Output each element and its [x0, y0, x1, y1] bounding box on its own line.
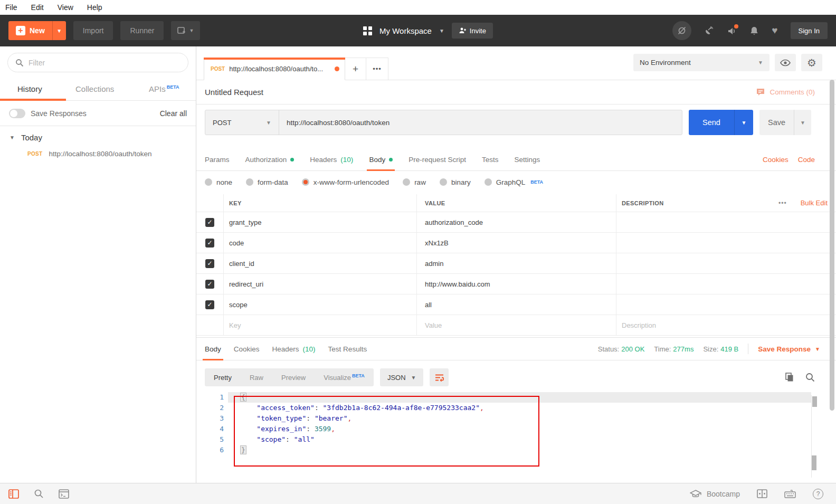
open-request-tab[interactable]: POST http://localhost:8080/oauth/to...: [204, 58, 345, 80]
bulk-edit-link[interactable]: Bulk Edit: [801, 199, 828, 207]
new-window-button[interactable]: ▼: [171, 21, 200, 40]
row-description-cell[interactable]: [616, 274, 836, 294]
import-button[interactable]: Import: [73, 21, 113, 40]
filter-input[interactable]: [28, 59, 180, 67]
menu-item-file[interactable]: File: [5, 3, 17, 12]
announcements-button[interactable]: [727, 26, 737, 36]
row-key-cell[interactable]: client_id: [224, 253, 417, 273]
sign-in-button[interactable]: Sign In: [791, 22, 828, 39]
request-tab-headers-10-[interactable]: Headers (10): [310, 149, 353, 170]
wrap-lines-button[interactable]: [430, 368, 449, 386]
console-button[interactable]: [59, 489, 69, 499]
collapse-caret-icon[interactable]: ▼: [10, 135, 15, 140]
request-tab-settings[interactable]: Settings: [514, 149, 540, 170]
more-options-icon[interactable]: •••: [778, 199, 787, 207]
request-tab-pre-request-script[interactable]: Pre-request Script: [408, 149, 466, 170]
notifications-button[interactable]: [749, 26, 759, 36]
filter-search[interactable]: [7, 53, 188, 72]
row-description-cell[interactable]: [616, 294, 836, 315]
workspace-selector[interactable]: My Workspace: [379, 26, 432, 35]
sidebar-tab-apis[interactable]: APIsBETA: [149, 84, 179, 93]
request-tab-authorization[interactable]: Authorization: [245, 149, 294, 170]
checkbox-checked[interactable]: ✓: [205, 280, 214, 289]
url-input[interactable]: [279, 110, 682, 135]
view-tab-preview[interactable]: Preview: [272, 374, 315, 382]
row-key-cell[interactable]: redirect_uri: [224, 274, 417, 294]
row-key-cell[interactable]: grant_type: [224, 212, 417, 232]
interceptor-button[interactable]: ♥: [772, 25, 777, 36]
method-selector[interactable]: POST ▼: [205, 110, 279, 135]
body-mode-none[interactable]: none: [205, 178, 232, 186]
window-scrollbar-thumb[interactable]: [830, 80, 834, 411]
environment-preview-button[interactable]: [775, 54, 796, 71]
view-tab-raw[interactable]: Raw: [241, 374, 272, 382]
environment-selector[interactable]: No Environment ▼: [633, 54, 770, 71]
find-button[interactable]: [34, 489, 44, 499]
checkbox-checked[interactable]: ✓: [205, 218, 214, 227]
workspace-caret-icon[interactable]: ▼: [439, 28, 444, 34]
row-description-cell[interactable]: [616, 253, 836, 273]
code-link[interactable]: Code: [798, 156, 815, 164]
two-pane-view-button[interactable]: [757, 489, 767, 498]
history-group-today[interactable]: ▼ Today: [0, 126, 196, 146]
new-tab-button[interactable]: +: [345, 58, 366, 80]
new-dropdown-caret[interactable]: ▼: [52, 21, 66, 40]
response-tab-test-results[interactable]: Test Results: [328, 338, 367, 360]
editor-scroll-marker[interactable]: [812, 455, 816, 470]
sync-disabled-button[interactable]: [672, 21, 691, 40]
response-tab-body[interactable]: Body: [205, 338, 221, 360]
row-value-cell[interactable]: all: [417, 294, 616, 315]
row-key-cell[interactable]: scope: [224, 294, 417, 315]
menu-item-help[interactable]: Help: [87, 3, 102, 12]
format-selector[interactable]: JSON ▼: [380, 368, 424, 386]
checkbox-checked[interactable]: ✓: [205, 259, 214, 268]
body-mode-raw[interactable]: raw: [403, 178, 426, 186]
copy-icon[interactable]: [785, 373, 794, 382]
body-mode-x-www-form-urlencoded[interactable]: x-www-form-urlencoded: [302, 178, 389, 186]
search-icon[interactable]: [805, 373, 815, 382]
body-mode-form-data[interactable]: form-data: [246, 178, 288, 186]
api-network-button[interactable]: [704, 26, 714, 36]
checkbox-checked[interactable]: ✓: [205, 300, 214, 309]
send-dropdown-caret[interactable]: ▼: [734, 110, 753, 135]
row-value-cell[interactable]: admin: [417, 253, 616, 273]
menu-item-edit[interactable]: Edit: [31, 3, 44, 12]
new-button[interactable]: + New ▼: [8, 21, 66, 40]
response-tab-headers[interactable]: Headers (10): [272, 338, 316, 360]
row-key-cell[interactable]: Key: [224, 315, 417, 335]
toggle-sidebar-button[interactable]: [8, 489, 19, 499]
view-tab-pretty[interactable]: Pretty: [205, 374, 241, 382]
send-button[interactable]: Send: [689, 110, 734, 135]
request-title[interactable]: Untitled Request: [205, 88, 263, 97]
row-description-cell[interactable]: [616, 233, 836, 253]
sidebar-tab-collections[interactable]: Collections: [75, 84, 114, 93]
view-tab-visualize[interactable]: VisualizeBETA: [315, 373, 374, 382]
clear-all-link[interactable]: Clear all: [160, 109, 187, 118]
save-responses-toggle[interactable]: [9, 109, 25, 118]
editor-scrollbar-thumb[interactable]: [812, 396, 817, 407]
save-button[interactable]: Save: [759, 110, 794, 135]
help-button[interactable]: ?: [813, 489, 823, 499]
row-value-cell[interactable]: xNx1zB: [417, 233, 616, 253]
invite-button[interactable]: Invite: [452, 23, 493, 39]
row-value-cell[interactable]: http://www.baidu.com: [417, 274, 616, 294]
body-mode-graphql[interactable]: GraphQLBETA: [484, 178, 543, 186]
history-item[interactable]: POSThttp://localhost:8080/oauth/token: [0, 146, 196, 161]
row-key-cell[interactable]: code: [224, 233, 417, 253]
response-tab-cookies[interactable]: Cookies: [234, 338, 260, 360]
row-description-cell[interactable]: Description: [616, 315, 836, 335]
checkbox-checked[interactable]: ✓: [205, 239, 214, 248]
cookies-link[interactable]: Cookies: [763, 156, 788, 164]
tab-options-button[interactable]: •••: [366, 58, 388, 80]
bootcamp-button[interactable]: Bootcamp: [690, 490, 740, 498]
save-dropdown-caret[interactable]: ▼: [794, 110, 811, 135]
row-value-cell[interactable]: Value: [417, 315, 616, 335]
save-response-button[interactable]: Save Response ▼: [758, 345, 820, 353]
comments-button[interactable]: Comments (0): [756, 88, 815, 97]
row-value-cell[interactable]: authorization_code: [417, 212, 616, 232]
environment-settings-button[interactable]: ⚙: [801, 54, 822, 71]
request-tab-tests[interactable]: Tests: [482, 149, 499, 170]
request-tab-body[interactable]: Body: [369, 149, 393, 170]
menu-item-view[interactable]: View: [58, 3, 73, 12]
runner-button[interactable]: Runner: [120, 21, 164, 40]
